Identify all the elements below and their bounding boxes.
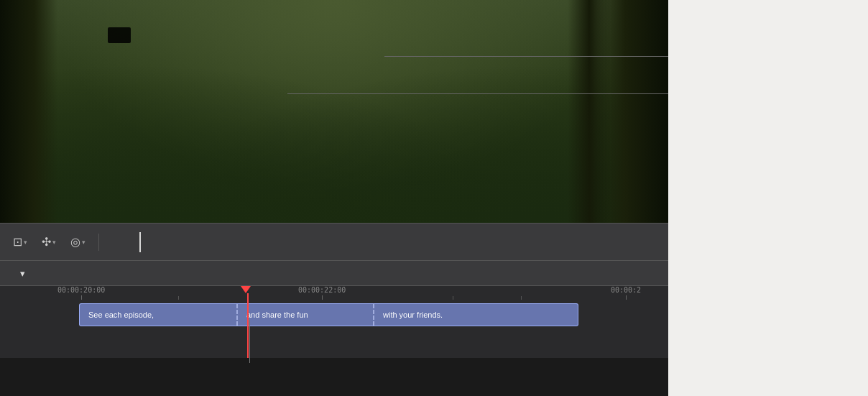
- transform-icon: ✣: [42, 235, 51, 249]
- second-caption-line: [287, 93, 668, 94]
- ruler-label-20: 00:00:20:00: [57, 286, 105, 294]
- crop-icon: ⊡: [13, 235, 22, 249]
- playhead-line: [247, 293, 249, 358]
- ruler-mark-20: 00:00:20:00: [57, 286, 105, 300]
- through-edit-connector: [249, 320, 250, 363]
- first-caption-line: [384, 56, 668, 57]
- caption-text-2: and share the fun: [242, 310, 313, 319]
- ruler-tick-mid2: [453, 296, 453, 300]
- timecode-ruler: 00:00:20:00 00:00:22:00 00:00:2: [0, 286, 668, 302]
- crop-chevron-icon: ▾: [24, 239, 27, 246]
- ruler-mark-22: 00:00:22:00: [298, 286, 346, 300]
- tree-center-right: [568, 0, 611, 223]
- ruler-tick-22: [322, 295, 323, 300]
- speed-icon: ◎: [70, 235, 80, 249]
- clip-name[interactable]: ▾: [17, 268, 25, 279]
- caption-text-1: See each episode,: [84, 310, 158, 319]
- video-preview: [0, 0, 668, 223]
- crop-tool-button[interactable]: ⊡ ▾: [9, 232, 32, 252]
- ruler-label-end: 00:00:2: [611, 286, 641, 294]
- ruler-tick-end: [626, 295, 627, 300]
- playhead[interactable]: [247, 286, 249, 358]
- transform-chevron-icon: ▾: [52, 239, 56, 246]
- caption-track: See each episode, and share the fun with…: [0, 303, 668, 329]
- ruler-mark-end: 00:00:2: [611, 286, 641, 300]
- caption-segment-3: with your friends.: [374, 304, 576, 326]
- speed-chevron-icon: ▾: [82, 239, 86, 246]
- caption-segment-1: See each episode,: [80, 304, 238, 326]
- ruler-label-22: 00:00:22:00: [298, 286, 346, 294]
- play-button[interactable]: [108, 239, 119, 245]
- right-panel: [668, 223, 868, 396]
- clip-name-chevron: ▾: [20, 268, 25, 279]
- ruler-tick-mid1: [178, 296, 179, 300]
- tree-left: [0, 0, 57, 223]
- toolbar-divider-1: [98, 234, 99, 251]
- ruler-tick-mid3: [521, 296, 522, 300]
- caption-overlay: [108, 27, 131, 43]
- playhead-triangle: [241, 286, 251, 293]
- timeline-track[interactable]: 00:00:20:00 00:00:22:00 00:00:2 See each…: [0, 286, 668, 358]
- caption-text-3: with your friends.: [379, 310, 447, 319]
- timecode-separator: [139, 232, 141, 252]
- caption-block[interactable]: See each episode, and share the fun with…: [79, 303, 578, 326]
- annotation-panel: [668, 0, 868, 223]
- caption-segment-2: and share the fun: [238, 304, 374, 326]
- transform-tool-button[interactable]: ✣ ▾: [37, 232, 60, 252]
- nav-next-button[interactable]: [651, 272, 660, 275]
- nav-prev-button[interactable]: [9, 272, 17, 275]
- timeline-header: ▾: [0, 260, 668, 286]
- ruler-tick-20: [81, 295, 82, 300]
- toolbar: ⊡ ▾ ✣ ▾ ◎ ▾: [0, 223, 668, 260]
- speed-tool-button[interactable]: ◎ ▾: [66, 232, 90, 252]
